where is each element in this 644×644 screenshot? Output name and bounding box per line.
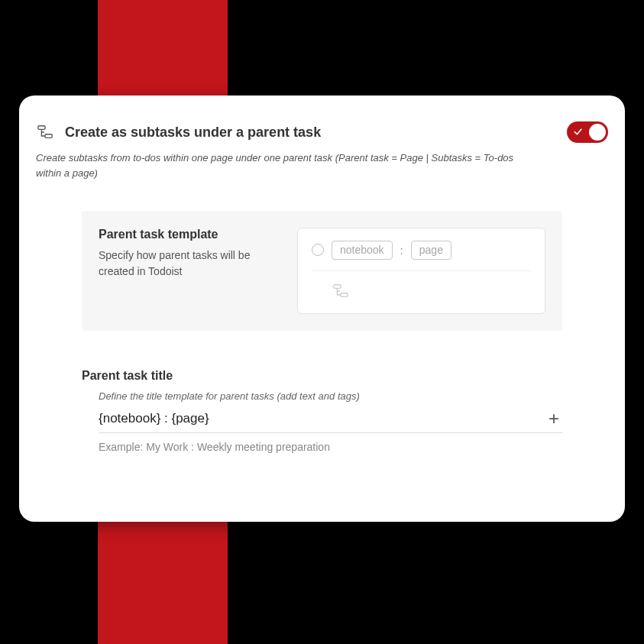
header-description: Create subtasks from to-dos within one p… bbox=[36, 150, 532, 180]
parent-task-template-card: Parent task template Specify how parent … bbox=[82, 211, 562, 331]
add-tag-button[interactable]: + bbox=[545, 409, 562, 428]
svg-rect-0 bbox=[38, 126, 45, 130]
check-icon bbox=[573, 127, 583, 138]
template-heading: Parent task template bbox=[99, 228, 274, 241]
page-chip[interactable]: page bbox=[411, 241, 451, 260]
preview-subtask-row bbox=[312, 271, 531, 303]
title-template-input[interactable] bbox=[99, 411, 545, 426]
toggle-knob bbox=[589, 124, 606, 141]
subtask-hierarchy-icon bbox=[36, 123, 54, 141]
title-example: Example: My Work : Weekly meeting prepar… bbox=[99, 441, 562, 453]
template-info: Parent task template Specify how parent … bbox=[99, 228, 274, 280]
title-heading: Parent task title bbox=[82, 369, 562, 383]
chip-separator: : bbox=[400, 244, 403, 257]
notebook-chip[interactable]: notebook bbox=[332, 241, 393, 260]
subtasks-toggle[interactable] bbox=[567, 121, 608, 143]
svg-rect-2 bbox=[334, 285, 341, 289]
settings-card: Create as subtasks under a parent task C… bbox=[19, 95, 625, 522]
task-circle-icon bbox=[312, 244, 324, 256]
template-preview: notebook : page bbox=[297, 228, 545, 314]
title-hint: Define the title template for parent tas… bbox=[99, 390, 562, 402]
subtask-hierarchy-icon bbox=[332, 282, 350, 300]
header-row: Create as subtasks under a parent task bbox=[36, 121, 608, 143]
preview-parent-row: notebook : page bbox=[312, 241, 531, 271]
header-title: Create as subtasks under a parent task bbox=[65, 125, 556, 141]
svg-rect-3 bbox=[341, 293, 348, 297]
title-input-row: + bbox=[99, 409, 562, 433]
template-subtext: Specify how parent tasks will be created… bbox=[99, 248, 274, 280]
parent-task-title-section: Parent task title Define the title templ… bbox=[82, 369, 562, 453]
svg-rect-1 bbox=[45, 134, 52, 138]
